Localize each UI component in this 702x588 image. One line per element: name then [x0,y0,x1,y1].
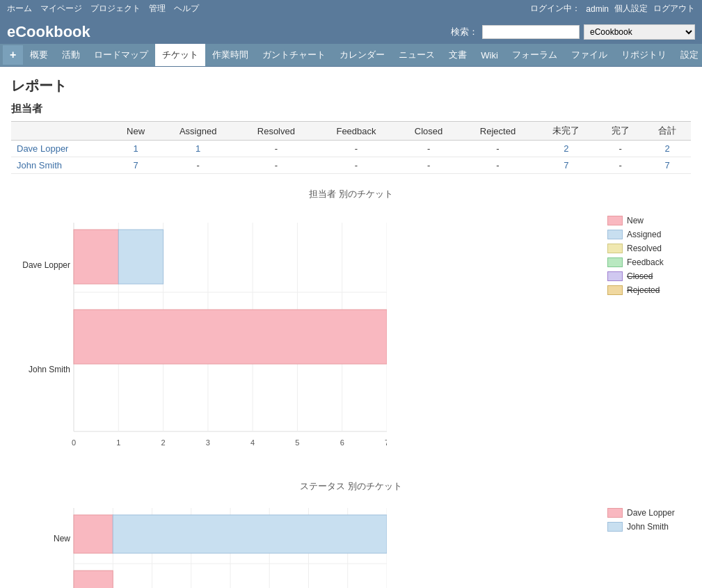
top-bar: ホーム マイページ プロジェクト 管理 ヘルプ ログイン中： admin 個人設… [0,0,702,17]
total-count-link[interactable]: 7 [665,160,670,170]
chart1-title: 担当者 別のチケット [11,188,691,200]
add-button[interactable]: + [3,45,23,65]
nav-summary[interactable]: 概要 [23,44,55,66]
assignee-table: New Assigned Resolved Feedback Closed Re… [11,121,691,174]
cell-rejected: - [460,157,535,174]
col-incomplete: 未完了 [536,122,597,141]
logo[interactable]: eCookbook [7,23,90,41]
nav-forum[interactable]: フォーラム [505,44,564,66]
chart2-new-john-bar [113,515,387,553]
cell-feedback: - [315,157,397,174]
content: レポート 担当者 New Assigned Resolved Feedback … [0,67,702,588]
col-closed: Closed [397,122,461,141]
nav-calendar[interactable]: カレンダー [333,44,392,66]
chart1-container: Dave Lopper John Smith 0 1 2 3 [11,209,691,459]
nav-admin[interactable]: 管理 [149,3,166,15]
chart2-assigned-dave-bar [74,571,113,588]
nav-tickets[interactable]: チケット [155,44,205,66]
cell-incomplete: 2 [536,141,597,157]
legend-new-color [607,216,623,225]
legend-new: New [607,216,691,225]
chart2-legend: Dave Lopper John Smith [607,501,691,536]
nav-projects[interactable]: プロジェクト [90,3,141,15]
new-count-link[interactable]: 7 [133,160,138,170]
cell-closed: - [397,141,461,157]
chart2-svg: New Assigned Resolved 0 1 2 3 4 5 6 [11,501,387,588]
legend-resolved: Resolved [607,244,691,253]
nav-roadmap[interactable]: ロードマップ [87,44,155,66]
logout-link[interactable]: ログアウト [653,3,695,15]
assignee-section-title: 担当者 [11,102,691,116]
col-assigned: Assigned [159,122,237,141]
cell-total: 2 [644,141,691,157]
incomplete-count-link[interactable]: 7 [564,160,568,170]
nav-help[interactable]: ヘルプ [174,3,199,15]
legend-resolved-color [607,244,623,253]
nav-files[interactable]: ファイル [564,44,614,66]
legend-feedback: Feedback [607,257,691,267]
legend2-dave-color [607,508,623,518]
col-new: New [112,122,159,141]
nav-wiki[interactable]: Wiki [474,45,505,65]
chart1-svg: Dave Lopper John Smith 0 1 2 3 [11,209,387,459]
cell-assigned: 1 [159,141,237,157]
new-count-link[interactable]: 1 [133,143,138,154]
legend-new-label: New [627,216,644,225]
incomplete-count-link[interactable]: 2 [564,143,568,154]
assigned-count-link[interactable]: 1 [196,143,200,154]
chart1-dave-assigned-bar [118,230,163,284]
svg-text:Dave Lopper: Dave Lopper [22,260,70,270]
nav-repository[interactable]: リポジトリ [614,44,673,66]
svg-text:4: 4 [250,438,255,447]
cell-complete: - [597,141,644,157]
legend-closed: Closed [607,271,691,281]
cell-assigned: - [159,157,237,174]
personal-settings-link[interactable]: 個人設定 [614,3,648,15]
col-name [11,122,112,141]
nav-worktime[interactable]: 作業時間 [205,44,255,66]
legend-closed-label: Closed [627,271,653,281]
svg-text:1: 1 [116,438,120,447]
legend-assigned-label: Assigned [627,230,661,239]
search-label: 検索： [451,26,478,38]
svg-text:6: 6 [340,438,344,447]
cell-new: 1 [112,141,159,157]
col-total: 合計 [644,122,691,141]
legend2-dave-label: Dave Lopper [627,508,675,518]
top-nav: ホーム マイページ プロジェクト 管理 ヘルプ [7,3,199,15]
svg-text:John Smith: John Smith [29,365,70,374]
nav-home[interactable]: ホーム [7,3,32,15]
cell-name: John Smith [11,157,112,174]
cell-complete: - [597,157,644,174]
nav-gantt[interactable]: ガントチャート [255,44,333,66]
username-link[interactable]: admin [586,4,609,14]
cell-rejected: - [460,141,535,157]
chart1-john-new-bar [74,310,387,364]
svg-text:7: 7 [385,438,387,447]
assignee-link[interactable]: John Smith [17,160,62,170]
nav-news[interactable]: ニュース [392,44,442,66]
cell-incomplete: 7 [536,157,597,174]
legend-feedback-color [607,257,623,267]
assignee-link[interactable]: Dave Lopper [17,143,68,154]
nav-mypage[interactable]: マイページ [40,3,82,15]
chart1-bars: Dave Lopper John Smith 0 1 2 3 [11,209,593,459]
legend-resolved-label: Resolved [627,244,662,253]
nav-activity[interactable]: 活動 [55,44,87,66]
cell-resolved: - [237,157,315,174]
total-count-link[interactable]: 2 [665,143,670,154]
legend-assigned-color [607,230,623,239]
cell-resolved: - [237,141,315,157]
legend-rejected-color [607,285,623,295]
project-select[interactable]: eCookbook [584,24,695,40]
chart2-new-dave-bar [74,515,113,553]
legend-rejected: Rejected [607,285,691,295]
legend-assigned: Assigned [607,230,691,239]
nav-docs[interactable]: 文書 [442,44,474,66]
nav-settings[interactable]: 設定 [673,44,702,66]
svg-text:2: 2 [161,438,166,447]
page-title: レポート [11,77,691,95]
search-input[interactable] [482,25,580,39]
user-area: ログイン中： admin 個人設定 ログアウト [530,3,695,15]
col-complete: 完了 [597,122,644,141]
